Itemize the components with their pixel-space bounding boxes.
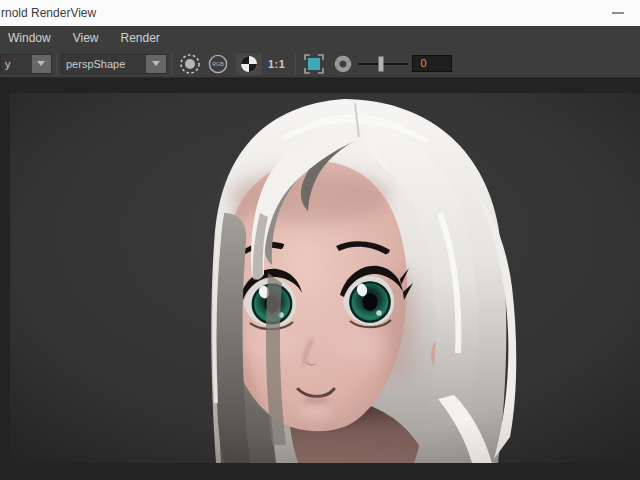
exposure-value-field[interactable]: 0 [412,55,452,72]
svg-text:RGB: RGB [212,61,224,67]
toolbar-separator [56,53,57,75]
toolbar-separator [295,53,296,75]
chevron-down-icon[interactable] [32,55,51,73]
aov-dropdown[interactable]: y [0,54,52,74]
zoom-ratio-button[interactable]: 1:1 [262,58,291,70]
menu-bar: Window View Render [0,26,640,50]
slider-handle[interactable] [378,56,384,72]
aperture-icon[interactable] [330,52,356,76]
toolbar-separator [171,53,172,75]
background-toggle-icon[interactable] [236,53,262,75]
camera-dropdown-value: perspShape [62,55,146,73]
menu-view[interactable]: View [73,31,99,45]
menu-render[interactable]: Render [120,31,159,45]
toolbar: y perspShape RGB [0,50,640,78]
render-canvas[interactable] [0,78,640,479]
menu-window[interactable]: Window [8,31,51,45]
window-title: rnold RenderView [1,6,96,20]
minimize-icon[interactable] [612,12,624,14]
rendered-image [10,93,640,463]
aov-dropdown-value: y [1,55,32,73]
region-marquee-icon[interactable] [300,52,328,76]
arnold-renderview-window: rnold RenderView Window View Render y pe… [0,0,640,480]
chevron-down-icon[interactable] [146,55,166,73]
snapshot-render-icon[interactable] [176,52,204,76]
exposure-slider[interactable] [358,52,408,76]
camera-dropdown[interactable]: perspShape [61,54,167,74]
title-bar: rnold RenderView [0,0,640,26]
rgb-channels-icon[interactable]: RGB [204,52,232,76]
